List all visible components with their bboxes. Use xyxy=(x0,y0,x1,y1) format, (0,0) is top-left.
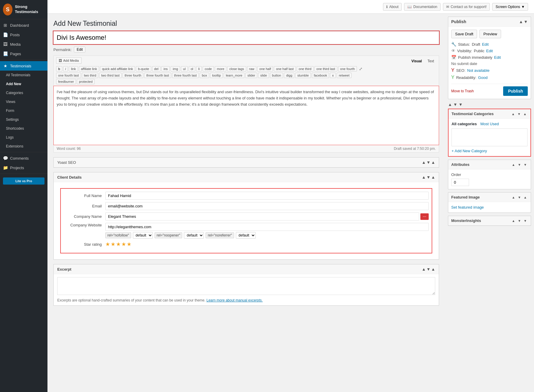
post-title-input[interactable] xyxy=(53,31,439,44)
yoast-up-btn[interactable]: ▲ xyxy=(422,160,426,165)
publish-up-btn[interactable]: ▲ xyxy=(519,19,523,24)
documentation-button[interactable]: 📖 Documentation xyxy=(404,3,441,11)
toolbar-protected[interactable]: protected xyxy=(77,79,95,84)
toolbar-del[interactable]: del xyxy=(152,66,161,72)
contact-button[interactable]: ✉ Contact us for support! xyxy=(443,3,490,11)
sidebar-item-views[interactable]: Views xyxy=(0,97,47,106)
categories-up-btn[interactable]: ▲ xyxy=(511,112,516,116)
toolbar-feedburner[interactable]: feedburner xyxy=(56,79,76,84)
seo-link[interactable]: Not available xyxy=(467,68,490,73)
toolbar-one-fourth-last[interactable]: one fourth last xyxy=(56,73,81,78)
toolbar-box[interactable]: box xyxy=(200,73,209,78)
featured-image-header[interactable]: Featured Image ▲ ▼ ▲ xyxy=(448,193,531,202)
toolbar-stumble[interactable]: stumble xyxy=(295,73,311,78)
monster-down-btn[interactable]: ▼ xyxy=(517,219,522,223)
sidebar-item-projects[interactable]: 📁 Projects xyxy=(0,163,47,172)
attributes-up-btn[interactable]: ▲ xyxy=(511,163,516,167)
toolbar-expand-btn[interactable]: ⤢ xyxy=(358,66,364,72)
toolbar-ol[interactable]: ol xyxy=(189,66,196,72)
publish-panel-header[interactable]: Publish ▲ ▼ xyxy=(448,17,531,27)
featured-down-btn[interactable]: ▼ xyxy=(517,195,522,199)
excerpt-header[interactable]: Excerpt ▲ ▼ ▲ xyxy=(54,264,439,274)
toolbar-learn-more[interactable]: learn_more xyxy=(224,73,244,78)
sidebar-item-logs[interactable]: Logs xyxy=(0,133,47,142)
star-4[interactable]: ★ xyxy=(121,241,126,247)
rel-nofollow-select[interactable]: default xyxy=(133,232,153,239)
excerpt-up-btn[interactable]: ▲ xyxy=(422,267,426,272)
sidebar-item-shortcodes[interactable]: Shortcodes xyxy=(0,124,47,133)
toolbar-button[interactable]: button xyxy=(270,73,283,78)
company-website-input[interactable] xyxy=(105,223,429,231)
permalink-edit-button[interactable]: Edit xyxy=(74,47,85,53)
readability-link[interactable]: Good xyxy=(478,75,488,80)
toolbar-one-fourth[interactable]: one fourth xyxy=(338,66,357,72)
order-input[interactable] xyxy=(451,179,469,186)
toolbar-b-quote[interactable]: b-quote xyxy=(136,66,151,72)
sidebar-item-settings[interactable]: Settings xyxy=(0,115,47,124)
toolbar-one-half[interactable]: one half xyxy=(257,66,273,72)
sidebar-item-pages[interactable]: 📃 Pages xyxy=(0,49,47,58)
toolbar-retweet[interactable]: retweet xyxy=(337,73,352,78)
save-draft-button[interactable]: Save Draft xyxy=(451,30,477,38)
toolbar-one-half-last[interactable]: one half last xyxy=(274,66,295,72)
featured-up-btn[interactable]: ▲ xyxy=(511,195,516,199)
full-name-input[interactable] xyxy=(105,192,429,200)
yoast-header[interactable]: Yoast SEO ▲ ▼ ▲ xyxy=(54,158,439,167)
panel-extra-btn[interactable]: ▼ xyxy=(459,102,463,107)
toolbar-ul[interactable]: ul xyxy=(181,66,188,72)
client-up-btn[interactable]: ▲ xyxy=(422,175,426,180)
toolbar-img[interactable]: img xyxy=(171,66,180,72)
publish-down-btn[interactable]: ▼ xyxy=(524,19,528,24)
yoast-down-btn[interactable]: ▼ xyxy=(426,160,430,165)
publish-time-edit-link[interactable]: Edit xyxy=(494,55,501,60)
toolbar-three-fourth-last-2[interactable]: three fourth last xyxy=(172,73,199,78)
toolbar-add-media[interactable]: 🖼 Add Media xyxy=(56,57,82,64)
monster-up-btn[interactable]: ▲ xyxy=(511,219,516,223)
star-5[interactable]: ★ xyxy=(127,241,131,247)
categories-down-btn[interactable]: ▼ xyxy=(516,112,522,116)
monster-collapse-btn[interactable]: ▼ xyxy=(523,219,528,223)
client-collapse-btn[interactable]: ▲ xyxy=(431,175,435,180)
attributes-header[interactable]: Attributes ▲ ▼ ▼ xyxy=(448,160,531,169)
status-edit-link[interactable]: Edit xyxy=(482,42,489,47)
toolbar-b[interactable]: b xyxy=(56,66,62,72)
toolbar-x[interactable]: x xyxy=(330,73,336,78)
testimonial-categories-header[interactable]: Testimonial Categories ▲ ▼ ▲ xyxy=(449,109,530,119)
featured-collapse-btn[interactable]: ▲ xyxy=(523,195,528,199)
sidebar-item-comments[interactable]: 💬 Comments xyxy=(0,153,47,163)
toolbar-facebook[interactable]: facebook xyxy=(312,73,329,78)
sidebar-item-categories[interactable]: Categories xyxy=(0,88,47,97)
toolbar-close-tags[interactable]: close tags xyxy=(227,66,246,72)
all-categories-tab[interactable]: All categories xyxy=(452,122,477,126)
set-featured-image-link[interactable]: Set featured image xyxy=(451,205,484,210)
toolbar-li[interactable]: li xyxy=(196,66,202,72)
toolbar-code[interactable]: code xyxy=(203,66,214,72)
categories-collapse-btn[interactable]: ▲ xyxy=(522,112,527,116)
attributes-collapse-btn[interactable]: ▼ xyxy=(523,163,528,167)
add-new-category-link[interactable]: + Add New Category xyxy=(452,149,487,153)
sidebar-item-posts[interactable]: 📄 Posts xyxy=(0,30,47,39)
client-down-btn[interactable]: ▼ xyxy=(426,175,430,180)
toolbar-slide[interactable]: slide xyxy=(258,73,269,78)
toolbar-two-third-last[interactable]: two third last xyxy=(99,73,122,78)
company-red-btn[interactable]: ⋯ xyxy=(420,213,429,220)
toolbar-raw[interactable]: raw xyxy=(247,66,257,72)
toolbar-slider[interactable]: slider xyxy=(245,73,257,78)
sidebar-item-extensions[interactable]: Extensions xyxy=(0,142,47,151)
toolbar-tooltip[interactable]: tooltip xyxy=(210,73,223,78)
screen-options-button[interactable]: Screen Options ▼ xyxy=(492,3,528,11)
monster-insights-header[interactable]: MonsterInsights ▲ ▼ ▼ xyxy=(448,216,531,226)
star-3[interactable]: ★ xyxy=(116,241,121,247)
toolbar-digg[interactable]: digg xyxy=(284,73,294,78)
panel-up-btn[interactable]: ▲ xyxy=(448,102,452,107)
sidebar-item-all-testimonials[interactable]: All Testimonials xyxy=(0,71,47,80)
sidebar-item-add-new[interactable]: Add New xyxy=(0,80,47,88)
visibility-edit-link[interactable]: Edit xyxy=(486,49,493,53)
publish-button[interactable]: Publish xyxy=(503,86,528,96)
email-input[interactable] xyxy=(105,202,429,210)
yoast-collapse-btn[interactable]: ▲ xyxy=(431,160,435,165)
toolbar-more[interactable]: more xyxy=(215,66,226,72)
toolbar-three-fourth-last[interactable]: three fourth last xyxy=(144,73,171,78)
excerpt-textarea[interactable] xyxy=(57,277,435,295)
editor-content-area[interactable]: I've had the pleasure of using various t… xyxy=(53,86,439,145)
